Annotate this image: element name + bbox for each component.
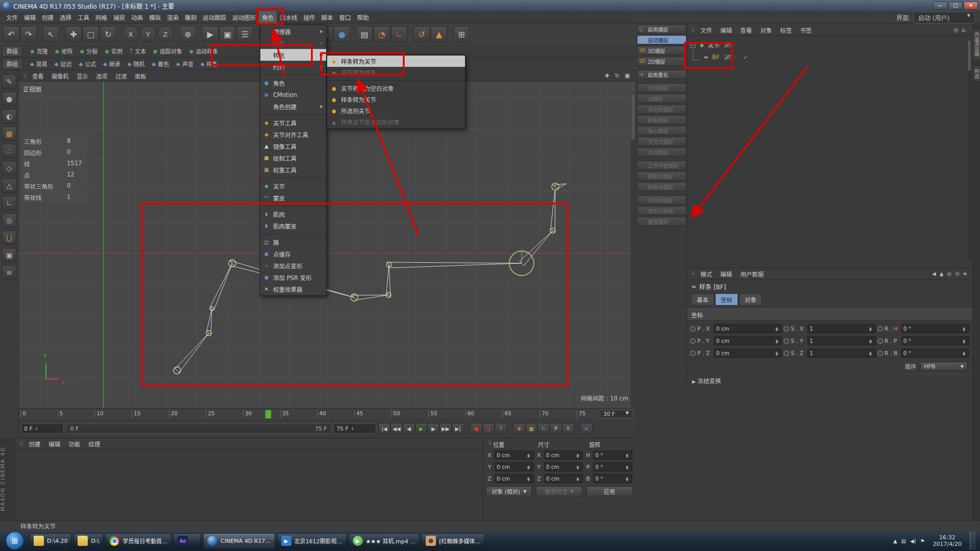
current-frame-field[interactable]: 30 F▼ xyxy=(600,410,632,418)
tray-volume-icon[interactable]: ◀) xyxy=(910,538,916,544)
snap-2d[interactable]: 2D2D捕捉 xyxy=(637,57,687,66)
material-sphere-icon[interactable]: ● xyxy=(334,26,350,42)
snap-dynamic-guide[interactable]: ◦动态引导线 xyxy=(637,206,687,215)
rh-input[interactable]: 0 °▴▾ xyxy=(901,324,969,333)
model-mode-icon[interactable]: ● xyxy=(2,92,16,106)
submenu-joint-to-polygon[interactable]: ▲转换关节至多边形对象 xyxy=(327,116,465,128)
undo-icon[interactable]: ↶ xyxy=(3,26,19,42)
menu-item-cluster[interactable]: ◻簇 xyxy=(260,236,326,248)
mograph-matrix[interactable]: ◉矩阵 xyxy=(52,46,77,56)
om-search-icon[interactable]: ◎ xyxy=(953,27,959,33)
menu-item-add-point-deform[interactable]: ⠶添加点变形 xyxy=(260,260,326,271)
taskbar-video[interactable]: ▶北京1612期影视… xyxy=(277,533,347,548)
menu-item-weight-tool[interactable]: ▦权重工具 xyxy=(260,164,326,176)
layers-icon[interactable]: ≡ xyxy=(2,265,16,280)
sz-input[interactable]: 1▴▾ xyxy=(807,348,875,358)
next-frame-icon[interactable]: ▶ xyxy=(427,423,439,434)
visibility-dots-icon[interactable]: ·· xyxy=(734,55,738,60)
menu-snap[interactable]: 捕捉 xyxy=(110,11,128,23)
record-parameter-icon[interactable]: P xyxy=(550,423,562,434)
record-scale-icon[interactable]: ▦ xyxy=(525,423,537,434)
am-tab-basic[interactable]: 基本 xyxy=(691,293,714,306)
menu-mesh[interactable]: 网格 xyxy=(92,11,110,23)
am-lock-icon[interactable]: ⊙ xyxy=(955,271,959,277)
axis-mode-icon[interactable]: ∟ xyxy=(2,196,16,210)
clock[interactable]: 16:322017/4/20 xyxy=(929,534,966,547)
apply-button[interactable]: 应用 xyxy=(586,486,632,496)
menu-window[interactable]: 窗口 xyxy=(336,11,354,23)
mat-menu-texture[interactable]: 纹理 xyxy=(84,438,104,449)
mograph-text[interactable]: T文本 xyxy=(126,46,150,56)
record-dot-icon[interactable] xyxy=(877,338,883,344)
pan-view-icon[interactable]: ✚ xyxy=(603,72,611,80)
quantize-enable[interactable]: ◔启用量化 xyxy=(637,70,687,79)
rotation-b-input[interactable]: 0 °▴▾ xyxy=(593,474,632,483)
tray-expand-icon[interactable]: ▲ xyxy=(893,538,897,544)
workplane-icon[interactable]: ▤ xyxy=(356,26,373,42)
render-settings-icon[interactable]: ☰ xyxy=(237,26,253,42)
menu-tools[interactable]: 工具 xyxy=(75,11,92,23)
freeze-transform-section[interactable]: ▶ 冻结变换 xyxy=(687,374,972,387)
make-editable-icon[interactable]: ✎ xyxy=(2,74,16,89)
visibility-dots-icon[interactable]: ·· xyxy=(734,42,738,47)
menu-edit[interactable]: 编辑 xyxy=(21,11,39,23)
menu-item-joint-tool[interactable]: ◆关节工具 xyxy=(260,117,326,129)
om-menu-file[interactable]: 文件 xyxy=(696,24,716,36)
om-scrollbar[interactable] xyxy=(967,40,971,259)
record-pla-icon[interactable]: ⠿ xyxy=(562,423,574,434)
mat-menu-function[interactable]: 功能 xyxy=(64,438,84,449)
render-view-icon[interactable]: ▶ xyxy=(202,26,218,42)
menu-item-weight-effector[interactable]: ✕权重效果器 xyxy=(260,283,326,295)
grid-array-icon[interactable]: ⊞ xyxy=(453,26,470,42)
end-frame-field[interactable]: 75 F▴▾ xyxy=(333,423,376,434)
size-mode-dropdown[interactable]: 绝对尺寸▼ xyxy=(536,486,582,496)
layer-toggle-icon[interactable] xyxy=(724,42,731,48)
mograph-tracer[interactable]: ◉追踪对象 xyxy=(150,46,186,56)
rotate-view-icon[interactable]: ↻ xyxy=(613,72,621,80)
panel-grip[interactable]: ⠿ xyxy=(17,441,24,446)
menu-pipeline[interactable]: 流水线 xyxy=(277,11,301,23)
menu-help[interactable]: 帮助 xyxy=(354,11,372,23)
sy-input[interactable]: 1▴▾ xyxy=(807,336,875,345)
mode-dropdown[interactable]: 对象 (相对)▼ xyxy=(486,486,532,496)
show-desktop-button[interactable] xyxy=(970,532,976,550)
next-key-icon[interactable]: ▶▶ xyxy=(439,423,452,434)
position-z-input[interactable]: 0 cm▴▾ xyxy=(495,474,534,483)
layer-toggle-icon[interactable] xyxy=(724,54,731,60)
effector-plain[interactable]: ◆简易 xyxy=(27,59,51,69)
submenu-spline-to-joint-hover[interactable]: ◆样条转为关节 xyxy=(327,56,465,67)
submenu-spline-to-joint[interactable]: ●样条转为关节 xyxy=(327,94,465,105)
current-frame-marker[interactable] xyxy=(265,410,272,419)
viewport-canvas[interactable]: 正视图 三角形8四边形0线1517点12带状三角形0带状线1 网格间距 : 10… xyxy=(19,82,635,408)
vp-menu-options[interactable]: 选项 xyxy=(92,70,111,82)
record-dot-icon[interactable] xyxy=(690,350,696,356)
position-x-input[interactable]: 0 cm▴▾ xyxy=(495,450,534,460)
snap-midpoint[interactable]: ◦中点捕捉 xyxy=(637,147,687,157)
menu-item-conversion[interactable]: 转化▶ xyxy=(260,49,326,61)
snap-mode-icon[interactable]: ⋃ xyxy=(2,231,16,245)
record-position-icon[interactable]: ✚ xyxy=(513,423,525,434)
menu-item-joint[interactable]: ◆关节 xyxy=(260,180,326,192)
am-menu-mode[interactable]: 模式 xyxy=(696,268,716,280)
scale-icon[interactable]: ▢ xyxy=(83,26,99,42)
mat-menu-create[interactable]: 创建 xyxy=(24,438,44,449)
snap-spline[interactable]: ◦样条捕捉 xyxy=(637,115,687,124)
start-frame-field[interactable]: 0 F▴▾ xyxy=(21,423,64,434)
mograph-instance[interactable]: ◉实例 xyxy=(101,46,126,56)
sx-input[interactable]: 1▴▾ xyxy=(807,324,875,333)
snap-grid-point[interactable]: ◦网格点捕捉 xyxy=(637,171,687,181)
pz-input[interactable]: 0 cm▴▾ xyxy=(714,348,782,358)
minimize-button[interactable]: — xyxy=(933,2,947,10)
tab-structure[interactable]: 构造 xyxy=(972,65,980,82)
rotation-p-input[interactable]: 0 °▴▾ xyxy=(593,462,632,471)
mirror-icon[interactable]: ▲ xyxy=(431,26,447,42)
snap-3d[interactable]: 3D3D捕捉 xyxy=(637,46,687,55)
rb-input[interactable]: 0 °▴▾ xyxy=(901,348,969,358)
live-selection-icon[interactable]: ↖ xyxy=(43,26,59,42)
snap-guide[interactable]: ◦引导线捕捉 xyxy=(637,195,687,205)
om-menu-bookmarks[interactable]: 书签 xyxy=(796,24,816,36)
effector-spline[interactable]: ◆样条 xyxy=(197,59,222,69)
py-input[interactable]: 0 cm▴▾ xyxy=(714,336,782,345)
menu-item-mirror-tool[interactable]: ▲镜像工具 xyxy=(260,140,326,152)
points-mode-icon[interactable]: ∴ xyxy=(2,144,16,158)
